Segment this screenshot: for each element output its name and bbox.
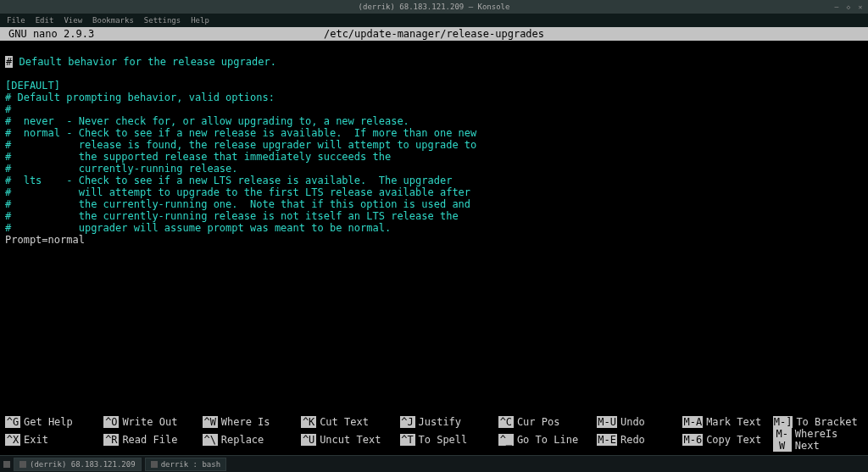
terminal-icon (151, 461, 158, 468)
window-titlebar: (derrik) 68.183.121.209 — Konsole – ◇ ✕ (0, 0, 868, 14)
menu-bookmarks[interactable]: Bookmarks (92, 16, 134, 25)
editor-cursor-highlight: # (5, 56, 13, 68)
shortcut-mark-text: M-AMark Text (682, 416, 772, 428)
editor-line: Default behavior for the release upgrade… (13, 56, 276, 68)
shortcut-justify: ^JJustify (400, 416, 498, 428)
menu-file[interactable]: File (7, 16, 25, 25)
app-menubar: File Edit View Bookmarks Settings Help (0, 14, 868, 27)
maximize-icon[interactable]: ◇ (844, 3, 853, 11)
editor-line: # lts - Check to see if a new LTS releas… (5, 175, 452, 186)
editor-line: # currently-running release. (5, 163, 238, 175)
editor-line: # (5, 103, 11, 115)
menu-settings[interactable]: Settings (144, 16, 181, 25)
editor-line: # normal - Check to see if a new release… (5, 127, 476, 139)
editor-line: [DEFAULT] (5, 80, 60, 92)
editor-line: # the supported release that immediately… (5, 151, 391, 163)
editor-line: # will attempt to upgrade to the first L… (5, 186, 470, 198)
app-launcher-icon[interactable] (3, 461, 10, 468)
nano-header: GNU nano 2.9.3 /etc/update-manager/relea… (0, 27, 868, 41)
menu-help[interactable]: Help (191, 16, 209, 25)
editor-line: # the currently-running release is not i… (5, 210, 459, 222)
minimize-icon[interactable]: – (832, 3, 841, 11)
window-controls: – ◇ ✕ (832, 3, 865, 11)
window-title: (derrik) 68.183.121.209 — Konsole (359, 3, 510, 11)
shortcut-where-is: ^WWhere Is (203, 416, 301, 428)
editor-line: Prompt=normal (5, 234, 85, 246)
editor-line: # release is found, the release upgrader… (5, 139, 476, 151)
shortcut-undo: M-UUndo (597, 416, 682, 428)
shortcut-get-help: ^GGet Help (5, 416, 103, 428)
editor-line: # the currently-running one. Note that i… (5, 198, 470, 210)
taskbar-item-label: derrik : bash (161, 460, 220, 469)
shortcut-to-spell: ^TTo Spell (400, 428, 498, 452)
shortcut-cur-pos: ^CCur Pos (498, 416, 597, 428)
shortcut-replace: ^\Replace (203, 428, 301, 452)
nano-filepath: /etc/update-manager/release-upgrades (170, 27, 698, 41)
editor-area[interactable]: # Default behavior for the release upgra… (0, 41, 868, 414)
shortcut-copy-text: M-6Copy Text (682, 428, 772, 452)
shortcut-write-out: ^OWrite Out (103, 416, 202, 428)
shortcut-go-to-line: ^_Go To Line (498, 428, 597, 452)
shortcut-row-1: ^GGet Help ^OWrite Out ^WWhere Is ^KCut … (5, 416, 863, 428)
taskbar-item[interactable]: derrik : bash (145, 458, 226, 471)
shortcut-uncut-text: ^UUncut Text (301, 428, 399, 452)
shortcut-redo: M-ERedo (597, 428, 682, 452)
editor-line: # upgrader will assume prompt was meant … (5, 222, 391, 234)
taskbar-item-label: (derrik) 68.183.121.209 (30, 460, 136, 469)
close-icon[interactable]: ✕ (856, 3, 865, 11)
menu-view[interactable]: View (64, 16, 82, 25)
taskbar-item-active[interactable]: (derrik) 68.183.121.209 (14, 458, 142, 471)
nano-version: GNU nano 2.9.3 (0, 27, 170, 41)
nano-shortcuts: ^GGet Help ^OWrite Out ^WWhere Is ^KCut … (0, 414, 868, 455)
editor-line: # Default prompting behavior, valid opti… (5, 92, 275, 103)
shortcut-row-2: ^XExit ^RRead File ^\Replace ^UUncut Tex… (5, 428, 863, 452)
shortcut-cut-text: ^KCut Text (301, 416, 399, 428)
shortcut-read-file: ^RRead File (103, 428, 202, 452)
shortcut-exit: ^XExit (5, 428, 103, 452)
menu-edit[interactable]: Edit (36, 16, 54, 25)
shortcut-whereis-next: M-WWhereIs Next (773, 428, 863, 452)
taskbar: (derrik) 68.183.121.209 derrik : bash (0, 455, 868, 472)
shortcut-to-bracket: M-]To Bracket (773, 416, 863, 428)
terminal-icon (19, 461, 26, 468)
editor-line: # never - Never check for, or allow upgr… (5, 115, 409, 127)
